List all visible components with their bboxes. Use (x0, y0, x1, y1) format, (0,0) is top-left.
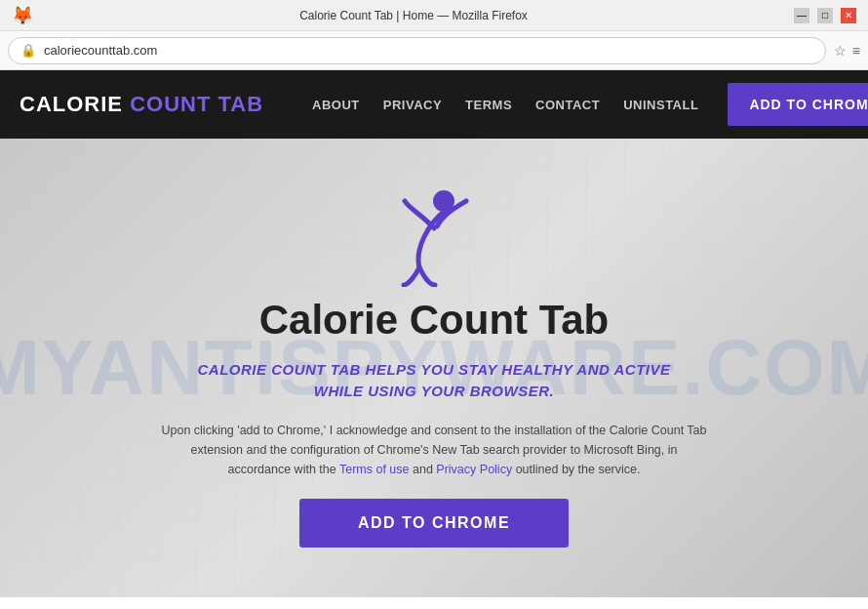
privacy-link[interactable]: Privacy Policy (436, 463, 512, 476)
nav-privacy[interactable]: PRIVACY (383, 98, 442, 112)
bookmark-icon[interactable]: ☆ (834, 43, 847, 59)
firefox-icon: 🦊 (12, 5, 33, 26)
hero-subtitle-line1: CALORIE COUNT TAB HELPS YOU STAY HEALTHY… (198, 361, 671, 378)
nav-add-to-chrome-button[interactable]: ADD TO CHROME (728, 83, 868, 126)
hero-subtitle: CALORIE COUNT TAB HELPS YOU STAY HEALTHY… (198, 359, 671, 403)
outlined-text: outlined by the service. (516, 463, 641, 476)
website-content: CALORIE COUNT TAB ABOUT PRIVACY TERMS CO… (0, 70, 868, 609)
nav-contact[interactable]: CONTACT (535, 98, 600, 112)
hero-logo-icon (390, 180, 478, 287)
browser-title: Calorie Count Tab | Home — Mozilla Firef… (33, 9, 794, 22)
logo-count: COUNT TAB (130, 92, 263, 116)
hero-consent-text: Upon clicking 'add to Chrome,' I acknowl… (161, 421, 707, 479)
hero-subtitle-line2: WHILE USING YOUR BROWSER. (314, 383, 554, 399)
logo-calorie: CALORIE (20, 92, 130, 116)
window-controls: — □ ✕ (794, 8, 856, 23)
nav-about[interactable]: ABOUT (312, 98, 360, 112)
menu-icon[interactable]: ≡ (852, 43, 860, 59)
title-bar: 🦊 Calorie Count Tab | Home — Mozilla Fir… (0, 0, 868, 31)
lock-icon: 🔒 (20, 43, 36, 58)
site-logo: CALORIE COUNT TAB (20, 92, 263, 117)
title-bar-left: 🦊 (12, 5, 33, 26)
nav-terms[interactable]: TERMS (465, 98, 512, 112)
toolbar-icons: ☆ ≡ (834, 43, 860, 59)
hero-section: MYANTISPYWARE.COM Calorie Count Tab (0, 139, 868, 597)
address-bar[interactable]: 🔒 caloriecounttab.com (8, 37, 826, 64)
url-text: caloriecounttab.com (44, 43, 157, 58)
terms-link[interactable]: Terms of use (339, 463, 410, 476)
hero-content: Calorie Count Tab CALORIE COUNT TAB HELP… (161, 180, 707, 548)
hero-add-to-chrome-button[interactable]: ADD TO CHROME (299, 499, 569, 548)
hero-title: Calorie Count Tab (259, 297, 610, 344)
nav-links: ABOUT PRIVACY TERMS CONTACT UNINSTALL (312, 98, 698, 112)
site-nav: CALORIE COUNT TAB ABOUT PRIVACY TERMS CO… (0, 70, 868, 139)
address-bar-row: 🔒 caloriecounttab.com ☆ ≡ (0, 31, 868, 70)
minimize-button[interactable]: — (794, 8, 809, 23)
nav-uninstall[interactable]: UNINSTALL (623, 98, 698, 112)
and-text: and (413, 463, 433, 476)
close-button[interactable]: ✕ (841, 8, 856, 23)
browser-frame: 🦊 Calorie Count Tab | Home — Mozilla Fir… (0, 0, 868, 609)
maximize-button[interactable]: □ (817, 8, 833, 23)
